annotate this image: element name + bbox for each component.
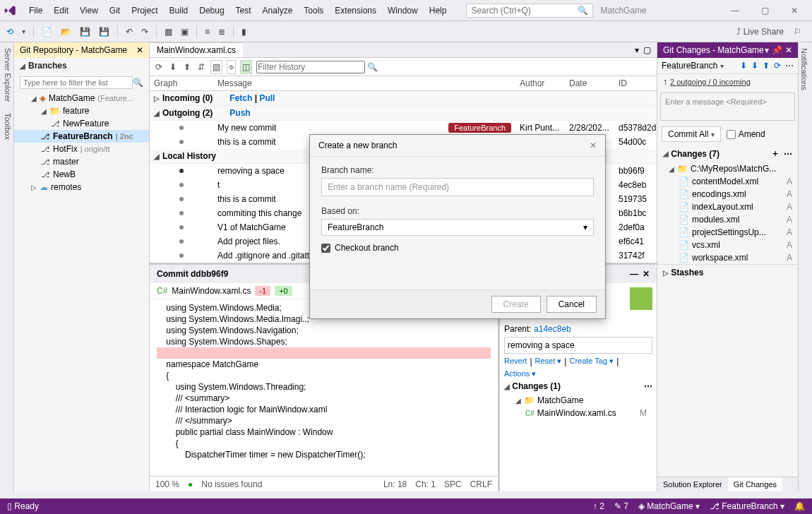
diff-icon[interactable]: ◫ [240,60,252,74]
cancel-button[interactable]: Cancel [547,296,597,313]
minimize-button[interactable]: — [721,1,749,20]
stage-all-icon[interactable]: ＋ [771,148,780,160]
changed-file[interactable]: 📄modules.xmlA [657,213,798,226]
new-project-icon[interactable]: 📄 [39,25,55,38]
repo-root[interactable]: ◢ ◈ MatchGame (Feature... [14,92,149,104]
close-icon[interactable]: ✕ [590,141,597,150]
tool-icon-1[interactable]: ▦ [162,25,175,38]
branches-header[interactable]: ◢Branches [14,58,149,73]
pin-icon[interactable]: 📌 [772,45,782,55]
undo-icon[interactable]: ↶ [123,25,136,38]
outgoing-count[interactable]: ↑ 2 [593,501,604,511]
changed-file[interactable]: C# MainWindow.xaml.cs M [504,407,652,419]
menu-test[interactable]: Test [230,3,257,18]
branch-featurebranch[interactable]: ⎇ FeatureBranch | 2nc [14,130,149,143]
commit-row[interactable]: My new commit FeatureBranch Kirt Punt...… [150,121,657,135]
menu-analyze[interactable]: Analyze [257,3,299,18]
tool-icon-3[interactable]: ≡ [202,25,213,38]
commit-message[interactable]: removing a space [504,337,652,354]
refresh-icon[interactable]: ⟳ [154,61,164,73]
commit-message-input[interactable]: Enter a message <Required> [660,92,795,121]
branch-filter-input[interactable] [20,76,133,89]
window-icon[interactable]: ▢ [643,45,651,55]
nav-dropdown[interactable]: ▾ [19,26,28,37]
fetch-icon[interactable]: ⬇ [168,61,178,73]
commit-all-button[interactable]: Commit All ▾ [662,126,721,142]
parent-commit-link[interactable]: a14ec8eb [534,324,571,334]
changes-header[interactable]: ◢ Changes (7) ＋ ⋯ [657,145,798,162]
reset-action[interactable]: Reset ▾ [535,357,562,366]
rail-server-explorer[interactable]: Server Explorer [0,42,13,107]
menu-build[interactable]: Build [164,3,194,18]
branch-indicator[interactable]: ⎇ FeatureBranch ▾ [710,501,784,511]
open-icon[interactable]: 📂 [58,25,74,38]
more-actions[interactable]: Actions ▾ [504,369,536,378]
save-all-icon[interactable]: 💾 [96,25,112,38]
close-icon[interactable]: ✕ [643,269,650,279]
pull-icon[interactable]: ⬇ [751,61,758,71]
stashes-header[interactable]: ▷ Stashes [657,264,798,280]
fetch-icon[interactable]: ⬇ [740,61,747,71]
filter-input[interactable] [256,61,365,73]
changed-file[interactable]: 📄workspace.xmlA [657,251,798,264]
menu-git[interactable]: Git [104,3,126,18]
more-icon[interactable]: ⋯ [644,381,652,391]
fetch-link[interactable]: Fetch [229,93,252,103]
revert-action[interactable]: Revert [504,357,527,366]
changed-file[interactable]: 📄encodings.xmlA [657,188,798,201]
push-icon[interactable]: ⇵ [196,61,206,73]
git-repo-tab[interactable]: Git Repository - MatchGame ✕ [14,42,149,58]
live-share-label[interactable]: Live Share [744,27,784,37]
amend-checkbox[interactable]: Amend [727,129,765,139]
graph-toggle-icon[interactable]: ▧ [210,60,222,74]
document-tab[interactable]: MainWindow.xaml.cs [150,42,243,57]
menu-file[interactable]: File [23,3,48,18]
nav-back-icon[interactable]: ⟲ [4,25,16,38]
notifications-icon[interactable]: 🔔 [794,501,805,511]
live-share-icon[interactable]: ⤴ [736,27,741,37]
feedback-icon[interactable]: ⚐ [794,27,801,37]
more-icon[interactable]: ⋯ [784,149,792,159]
commit-changes-header[interactable]: ◢ Changes (1) ⋯ [504,378,652,394]
dropdown-icon[interactable]: ▾ [765,45,769,55]
close-icon[interactable]: ✕ [136,45,143,55]
branch-newfeature[interactable]: ⎇ NewFeature [14,117,149,130]
git-changes-tab[interactable]: Git Changes - MatchGame ▾ 📌 ✕ [657,42,798,58]
create-button[interactable]: Create [491,296,541,313]
pending-count[interactable]: ✎ 7 [614,501,628,511]
branch-hotfix[interactable]: ⎇ HotFix | origin/tt [14,143,149,155]
branch-newb[interactable]: ⎇ NewB [14,168,149,181]
menu-debug[interactable]: Debug [193,3,229,18]
changed-file[interactable]: 📄vcs.xmlA [657,239,798,251]
changed-file[interactable]: 📄contentModel.xmlA [657,175,798,188]
close-button[interactable]: ✕ [780,1,808,20]
code-diff-view[interactable]: using System.Windows.Media; using System… [150,299,498,476]
maximize-button[interactable]: ▢ [751,1,779,20]
tool-icon-4[interactable]: ≣ [215,25,228,38]
history-filter[interactable]: 🔍 [256,61,378,73]
rail-notifications[interactable]: Notifications [799,42,810,96]
pull-icon[interactable]: ⬆ [182,61,192,73]
menu-window[interactable]: Window [382,3,424,18]
close-icon[interactable]: ✕ [785,45,792,55]
repo-indicator[interactable]: ◈ MatchGame ▾ [638,501,700,511]
minimize-icon[interactable]: — [630,269,638,279]
folder-feature[interactable]: ◢ 📁 feature [14,104,149,117]
dropdown-icon[interactable]: ▾ [635,45,639,55]
menu-view[interactable]: View [74,3,104,18]
push-icon[interactable]: ⬆ [763,61,770,71]
tool-icon-5[interactable]: ▮ [239,25,249,38]
compare-icon[interactable]: ⎆ [227,60,236,74]
changed-file[interactable]: 📄projectSettingsUp...A [657,226,798,239]
tab-solution-explorer[interactable]: Solution Explorer [657,477,728,491]
tab-git-changes[interactable]: Git Changes [728,477,782,491]
sync-link[interactable]: 2 outgoing / 0 incoming [670,78,751,86]
more-icon[interactable]: ⋯ [785,61,794,71]
pull-link[interactable]: Pull [259,93,275,103]
push-link[interactable]: Push [229,108,250,118]
menu-extensions[interactable]: Extensions [329,3,382,18]
based-on-select[interactable]: FeatureBranch▾ [321,219,594,236]
create-tag-action[interactable]: Create Tag ▾ [569,357,614,366]
sync-icon[interactable]: ⟳ [774,61,781,71]
menu-tools[interactable]: Tools [298,3,329,18]
